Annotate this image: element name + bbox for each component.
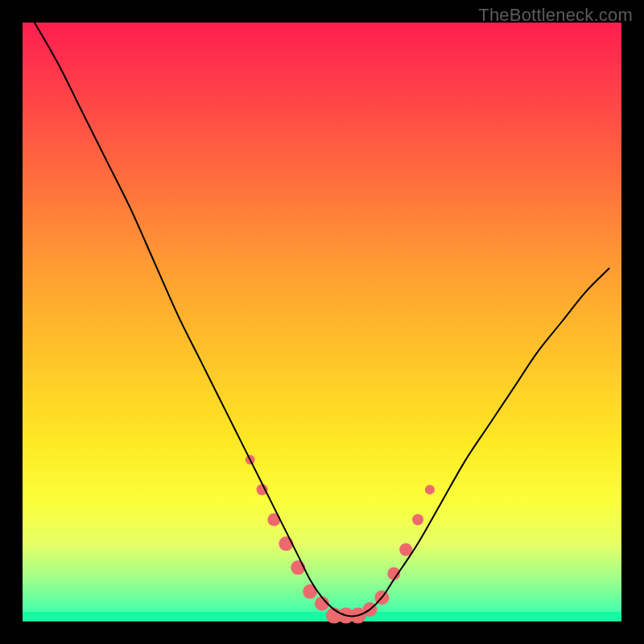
marker-point — [279, 536, 293, 551]
watermark-text: TheBottleneck.com — [478, 5, 633, 26]
marker-point — [412, 514, 423, 526]
plot-area — [23, 23, 621, 621]
marker-point — [425, 485, 435, 494]
marker-layer — [246, 455, 435, 623]
chart-svg — [23, 23, 621, 621]
marker-point — [257, 484, 268, 495]
bottleneck-curve — [35, 23, 609, 616]
